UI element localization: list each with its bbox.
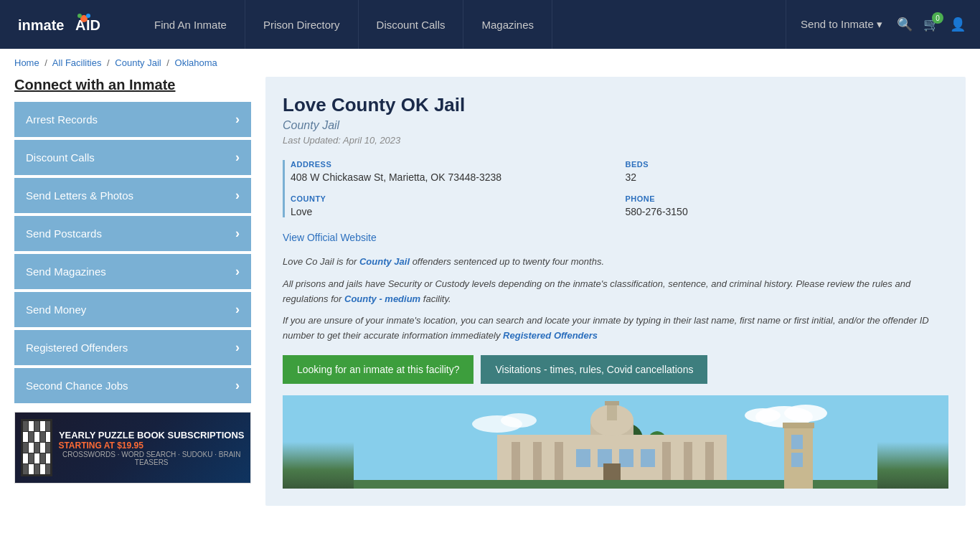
arrow-icon: › bbox=[235, 112, 240, 127]
svg-point-9 bbox=[745, 408, 781, 423]
sidebar-item-arrest-records[interactable]: Arrest Records › bbox=[14, 102, 251, 137]
breadcrumb-sep3: / bbox=[166, 57, 169, 68]
breadcrumb-home[interactable]: Home bbox=[14, 57, 39, 68]
svg-text:ID: ID bbox=[86, 17, 100, 33]
breadcrumb-sep2: / bbox=[107, 57, 110, 68]
nav-find-inmate[interactable]: Find An Inmate bbox=[136, 0, 245, 49]
cart-icon[interactable]: 🛒 0 bbox=[923, 17, 939, 32]
beds-info: BEDS 32 bbox=[626, 160, 949, 183]
desc-paragraph-3: If you are unsure of your inmate's locat… bbox=[283, 314, 948, 344]
phone-label: PHONE bbox=[626, 194, 949, 203]
desc-paragraph-2: All prisons and jails have Security or C… bbox=[283, 277, 948, 307]
sidebar-item-discount-calls[interactable]: Discount Calls › bbox=[14, 140, 251, 175]
ad-subtitle: CROSSWORDS · WORD SEARCH · SUDOKU · BRAI… bbox=[58, 451, 245, 466]
county-value: Love bbox=[291, 206, 614, 217]
breadcrumb-state[interactable]: Oklahoma bbox=[175, 57, 217, 68]
svg-rect-26 bbox=[605, 401, 619, 405]
sidebar-item-send-magazines[interactable]: Send Magazines › bbox=[14, 254, 251, 289]
address-value: 408 W Chickasaw St, Marietta, OK 73448-3… bbox=[291, 171, 614, 183]
svg-point-5 bbox=[86, 14, 90, 18]
ad-title: YEARLY PUZZLE BOOK SUBSCRIPTIONS bbox=[58, 430, 245, 441]
facility-description: Love Co Jail is for County Jail offender… bbox=[283, 255, 948, 344]
phone-value: 580-276-3150 bbox=[626, 206, 949, 217]
send-to-inmate-btn[interactable]: Send to Inmate ▾ bbox=[786, 0, 897, 49]
county-jail-link[interactable]: County Jail bbox=[359, 256, 410, 267]
nav-prison-directory[interactable]: Prison Directory bbox=[245, 0, 359, 49]
sidebar-advertisement[interactable]: YEARLY PUZZLE BOOK SUBSCRIPTIONS STARTIN… bbox=[14, 412, 251, 484]
facility-title: Love County OK Jail bbox=[283, 94, 948, 116]
facility-image bbox=[283, 395, 948, 489]
breadcrumb: Home / All Facilities / County Jail / Ok… bbox=[0, 49, 980, 77]
arrow-icon: › bbox=[235, 264, 240, 279]
main-nav: Find An Inmate Prison Directory Discount… bbox=[136, 0, 786, 49]
nav-magazines[interactable]: Magazines bbox=[463, 0, 552, 49]
facility-content: Love County OK Jail County Jail Last Upd… bbox=[265, 77, 966, 506]
breadcrumb-all-facilities[interactable]: All Facilities bbox=[52, 57, 102, 68]
phone-info: PHONE 580-276-3150 bbox=[626, 194, 949, 217]
facility-updated: Last Updated: April 10, 2023 bbox=[283, 135, 948, 146]
sidebar-title: Connect with an Inmate bbox=[14, 77, 251, 93]
svg-point-8 bbox=[784, 405, 827, 422]
svg-rect-36 bbox=[791, 453, 803, 467]
arrow-icon: › bbox=[235, 302, 240, 317]
arrow-icon: › bbox=[235, 150, 240, 165]
arrow-icon: › bbox=[235, 378, 240, 393]
main-container: Connect with an Inmate Arrest Records › … bbox=[0, 77, 980, 506]
county-label: COUNTY bbox=[291, 194, 614, 203]
beds-value: 32 bbox=[626, 171, 949, 183]
ad-price: STARTING AT $19.95 bbox=[58, 441, 245, 451]
registered-offenders-link[interactable]: Registered Offenders bbox=[503, 330, 598, 341]
official-website-link[interactable]: View Official Website bbox=[283, 232, 377, 243]
user-icon[interactable]: 👤 bbox=[950, 17, 966, 32]
arrow-icon: › bbox=[235, 340, 240, 355]
sidebar: Connect with an Inmate Arrest Records › … bbox=[14, 77, 251, 506]
visitations-btn[interactable]: Visitations - times, rules, Covid cancel… bbox=[481, 355, 707, 384]
address-label: ADDRESS bbox=[291, 160, 614, 169]
county-medium-link[interactable]: County - medium bbox=[344, 293, 420, 304]
svg-rect-27 bbox=[576, 449, 590, 467]
action-buttons: Looking for an inmate at this facility? … bbox=[283, 355, 948, 384]
main-header: inmate A ID Find An Inmate Prison Direct… bbox=[0, 0, 980, 49]
svg-rect-29 bbox=[619, 449, 633, 467]
nav-discount-calls[interactable]: Discount Calls bbox=[359, 0, 464, 49]
beds-label: BEDS bbox=[626, 160, 949, 169]
arrow-icon: › bbox=[235, 226, 240, 241]
svg-text:inmate: inmate bbox=[18, 17, 64, 33]
header-icons: 🔍 🛒 0 👤 bbox=[897, 17, 966, 32]
county-info: COUNTY Love bbox=[291, 194, 614, 217]
find-inmate-btn[interactable]: Looking for an inmate at this facility? bbox=[283, 355, 473, 384]
breadcrumb-county-jail[interactable]: County Jail bbox=[115, 57, 161, 68]
sidebar-item-send-money[interactable]: Send Money › bbox=[14, 292, 251, 327]
svg-rect-35 bbox=[791, 435, 803, 449]
sidebar-item-second-chance-jobs[interactable]: Second Chance Jobs › bbox=[14, 368, 251, 403]
address-info: ADDRESS 408 W Chickasaw St, Marietta, OK… bbox=[291, 160, 614, 183]
arrow-icon: › bbox=[235, 188, 240, 203]
svg-point-4 bbox=[77, 14, 82, 18]
sidebar-item-registered-offenders[interactable]: Registered Offenders › bbox=[14, 330, 251, 365]
search-icon[interactable]: 🔍 bbox=[897, 17, 913, 32]
svg-point-11 bbox=[501, 413, 537, 428]
sidebar-item-send-letters[interactable]: Send Letters & Photos › bbox=[14, 178, 251, 213]
svg-rect-30 bbox=[641, 449, 655, 467]
sidebar-item-send-postcards[interactable]: Send Postcards › bbox=[14, 216, 251, 251]
svg-rect-34 bbox=[783, 423, 814, 428]
cart-badge: 0 bbox=[932, 12, 943, 24]
desc-paragraph-1: Love Co Jail is for County Jail offender… bbox=[283, 255, 948, 270]
logo[interactable]: inmate A ID bbox=[14, 10, 115, 39]
facility-type: County Jail bbox=[283, 119, 948, 132]
breadcrumb-sep1: / bbox=[44, 57, 47, 68]
facility-info-grid: ADDRESS 408 W Chickasaw St, Marietta, OK… bbox=[283, 160, 948, 217]
